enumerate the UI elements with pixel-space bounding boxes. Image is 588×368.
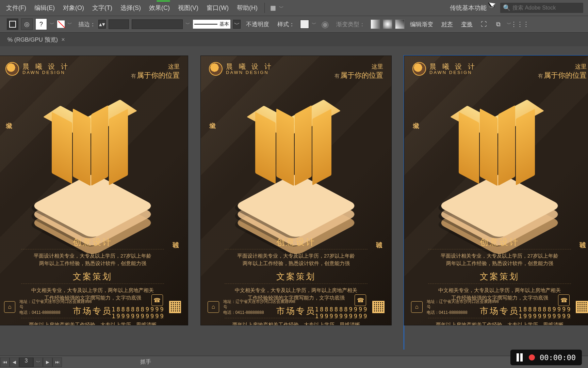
- header-line1: 这里: [334, 63, 383, 71]
- tab-title: % (RGB/GPU 预览): [7, 36, 58, 44]
- section-desc: 中文相关专业，大专及以上学历，两年以上房地产相关: [31, 288, 154, 293]
- menu-window[interactable]: 窗口(W): [202, 2, 233, 14]
- chevron-down-icon[interactable]: ﹀: [489, 4, 495, 12]
- next-artboard-button[interactable]: ▶: [43, 357, 52, 367]
- pause-icon[interactable]: [517, 353, 524, 362]
- running-indicator: [157, 0, 170, 2]
- chevron-down-icon[interactable]: ﹀: [185, 21, 190, 27]
- logo-text-en: DAWN DESIGN: [226, 70, 273, 75]
- isometric-graphic: [221, 76, 371, 219]
- section-desc: 两年以上房地产相关工作经验，大专以上学历，思维清晰: [29, 322, 157, 325]
- phone-icon: ☎: [151, 294, 163, 306]
- stroke-swatch-none[interactable]: [57, 20, 65, 28]
- isometric-graphic: [18, 76, 167, 219]
- menu-effect[interactable]: 效果(C): [145, 2, 174, 14]
- menu-file[interactable]: 文件(F): [2, 2, 30, 14]
- header-line1: 这里: [131, 63, 180, 71]
- phone-1: 18888889999: [112, 306, 165, 313]
- section-desc: 两年以上房地产相关工作经验，大专以上学历，思维清晰: [436, 322, 564, 325]
- tel-label: 电话：: [223, 310, 235, 315]
- search-input[interactable]: [512, 5, 581, 11]
- record-icon[interactable]: [529, 354, 535, 361]
- menu-help[interactable]: 帮助(H): [233, 2, 262, 14]
- section-title: 创意设计: [418, 236, 581, 248]
- brush-definition[interactable]: 基本: [193, 20, 230, 29]
- edit-gradient-button[interactable]: 编辑渐变: [407, 20, 436, 28]
- section-title: 文案策划: [214, 271, 378, 282]
- record-time: 00:00:00: [540, 353, 576, 362]
- artboard-number[interactable]: 3: [19, 357, 33, 367]
- section-desc: 两年以上工作经验，熟悉设计软件，创意能力强: [446, 261, 553, 266]
- variable-width-profile[interactable]: [132, 19, 183, 29]
- section-title: 文案策划: [418, 271, 581, 282]
- current-tool-label: 抓手: [140, 358, 151, 366]
- addr-label: 地址：: [223, 299, 235, 304]
- status-bar: ⏮ ◀ 3 ﹀ ▶ ⏭ 抓手: [0, 356, 588, 368]
- phone-2: 19999999999: [112, 313, 165, 320]
- artboard-2[interactable]: 晨 曦 设 计DAWN DESIGN 这里有属于你的位置 全城 诚聘 创意设计 …: [201, 56, 391, 350]
- chevron-down-icon[interactable]: ﹀: [312, 21, 316, 27]
- stock-search[interactable]: 🔍: [500, 3, 583, 13]
- section-desc: 平面设计相关专业，大专及以上学历，27岁以上年龄: [34, 253, 151, 259]
- logo-text-cn: 晨 曦 设 计: [429, 63, 477, 70]
- stroke-weight-stepper[interactable]: ▴▾: [98, 20, 106, 29]
- tel-label: 电话：: [427, 310, 439, 315]
- menu-text[interactable]: 文字(T): [88, 2, 116, 14]
- tel-value: 0411-88888888: [439, 310, 468, 315]
- qr-code: [169, 301, 181, 313]
- graphic-style-swatch[interactable]: [300, 20, 309, 29]
- phone-2: 19999999999: [315, 313, 369, 320]
- canvas-area[interactable]: 晨 曦 设 计 DAWN DESIGN 这里 有属于你的位置 全城 诚聘 创意设…: [0, 46, 588, 350]
- gradient-freeform-icon[interactable]: [395, 19, 405, 29]
- menu-object[interactable]: 对象(O): [59, 2, 88, 14]
- phone-icon: ☎: [355, 294, 366, 306]
- poster: 晨 曦 设 计DAWN DESIGN 这里有属于你的位置 全城 诚聘 创意设计 …: [404, 56, 588, 325]
- tel-label: 电话：: [19, 310, 32, 315]
- selection-mode-icon[interactable]: [7, 18, 18, 30]
- last-artboard-button[interactable]: ⏭: [52, 357, 62, 367]
- section-desc: 两年以上房地产相关工作经验，大专以上学历，思维清晰: [232, 322, 360, 325]
- more-options-icon[interactable]: ⋮⋮⋮: [514, 18, 526, 30]
- recolor-icon[interactable]: ◉: [319, 18, 331, 30]
- arrange-documents-icon[interactable]: ▦: [267, 2, 279, 14]
- transform-link[interactable]: 变换: [458, 20, 475, 28]
- group-icon[interactable]: ⧉: [492, 18, 504, 30]
- close-icon[interactable]: ×: [61, 36, 65, 43]
- fill-swatch[interactable]: ?: [35, 18, 47, 30]
- section-desc: 平面设计相关专业，大专及以上学历，27岁以上年龄: [441, 253, 558, 259]
- isolate-icon[interactable]: ⛶: [478, 18, 490, 30]
- gradient-linear-icon[interactable]: [371, 19, 380, 29]
- artboard-3[interactable]: 晨 曦 设 计DAWN DESIGN 这里有属于你的位置 全城 诚聘 创意设计 …: [404, 56, 588, 350]
- home-icon: ⌂: [411, 301, 423, 313]
- artboard-1[interactable]: 晨 曦 设 计 DAWN DESIGN 这里 有属于你的位置 全城 诚聘 创意设…: [0, 56, 188, 350]
- addr-label: 地址：: [427, 299, 439, 304]
- qr-code: [372, 301, 385, 313]
- section-title: 文案策划: [11, 271, 174, 282]
- document-tab[interactable]: % (RGB/GPU 预览) ×: [3, 33, 69, 46]
- tel-value: 0411-88888888: [235, 310, 264, 315]
- gradient-radial-icon[interactable]: [383, 19, 392, 29]
- chevron-down-icon[interactable]: ﹀: [279, 5, 284, 11]
- screen-recorder[interactable]: 00:00:00: [510, 350, 582, 365]
- section-title: 创意设计: [214, 236, 378, 248]
- chevron-down-icon[interactable]: ﹀: [50, 21, 54, 27]
- gradient-type-label: 渐变类型：: [333, 20, 368, 28]
- first-artboard-button[interactable]: ⏮: [0, 357, 10, 367]
- menu-edit[interactable]: 编辑(E): [30, 2, 59, 14]
- menu-view[interactable]: 视图(V): [174, 2, 202, 14]
- stroke-weight-input[interactable]: [109, 19, 129, 29]
- opacity-label: 不透明度: [243, 20, 272, 28]
- brush-dropdown[interactable]: ﹀: [233, 20, 241, 29]
- target-icon[interactable]: ◎: [21, 18, 33, 30]
- section-title: 创意设计: [11, 236, 174, 248]
- menu-separator: [264, 3, 265, 13]
- artboard-dropdown[interactable]: ﹀: [33, 357, 43, 367]
- workspace-label[interactable]: 传统基本功能: [450, 4, 487, 12]
- menu-select[interactable]: 选择(S): [116, 2, 145, 14]
- phone-1: 18888889999: [315, 306, 369, 313]
- chevron-down-icon[interactable]: ﹀: [67, 21, 72, 27]
- tel-value: 0411-88888888: [32, 310, 60, 315]
- prev-artboard-button[interactable]: ◀: [10, 357, 19, 367]
- section-desc: 中文相关专业，大专及以上学历，两年以上房地产相关: [235, 288, 357, 293]
- align-link[interactable]: 对齐: [439, 20, 456, 28]
